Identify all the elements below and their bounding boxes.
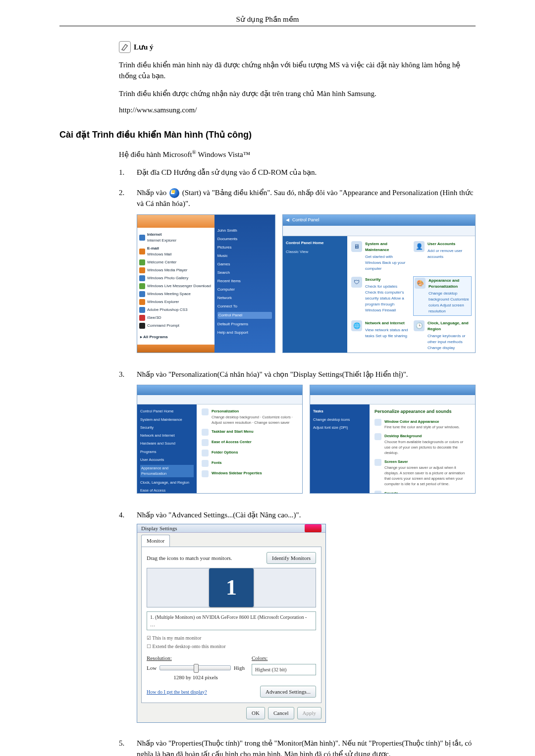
monitor-1-icon[interactable]: 1 <box>209 568 254 607</box>
sm-item-cmd[interactable]: Command Prompt <box>139 323 213 329</box>
app-row-ease[interactable]: Ease of Access Center <box>202 439 297 446</box>
app-row-taskbar[interactable]: Taskbar and Start Menu <box>202 429 297 436</box>
cp-side-home[interactable]: Control Panel Home <box>286 240 344 246</box>
sm-item-internet[interactable]: InternetInternet Explorer <box>139 232 213 244</box>
ds-preview[interactable]: 1 <box>147 568 316 607</box>
tab-monitor[interactable]: Monitor <box>141 535 170 547</box>
sm-item-explorer[interactable]: Windows Explorer <box>139 299 213 305</box>
monitor-select[interactable]: 1. (Multiple Monitors) on NVIDIA GeForce… <box>147 611 316 630</box>
step-number: 3. <box>119 369 137 380</box>
sm-r-default[interactable]: Default Programs <box>217 321 272 327</box>
cp-breadcrumb[interactable] <box>283 226 475 236</box>
app-l3[interactable]: Adjust screen resolution <box>212 420 251 425</box>
sm-r-controlpanel[interactable]: Control Panel <box>217 312 272 319</box>
sm-r-search[interactable]: Search <box>217 270 272 276</box>
cp-cat-user[interactable]: 👤User AccountsAdd or remove user account… <box>414 241 471 272</box>
reg-mark: ® <box>192 149 196 155</box>
main-monitor-checkbox[interactable]: ☑ This is my main monitor <box>147 634 316 642</box>
app-taskbar-title: Taskbar and Start Menu <box>212 429 253 434</box>
extend-desktop-checkbox[interactable]: ☐ Extend the desktop onto this monitor <box>147 643 316 650</box>
sm-r-computer[interactable]: Computer <box>217 287 272 293</box>
sm-item-livemsg[interactable]: Windows Live Messenger Download <box>139 283 213 289</box>
resolution-slider[interactable] <box>160 665 231 670</box>
sm-item-email[interactable]: E-mailWindows Mail <box>139 246 213 257</box>
step-number: 4. <box>119 509 137 521</box>
cp-cat-network[interactable]: 🌐Network and InternetView network status… <box>351 320 409 353</box>
sm-r-games[interactable]: Games <box>217 261 272 267</box>
step-number: 1. <box>119 167 137 178</box>
sm-all-programs[interactable]: ▸ All Programs <box>139 333 213 342</box>
sm-r-connect[interactable]: Connect To <box>217 303 272 309</box>
start-menu-user-pic <box>137 215 214 228</box>
perso-side-dpi[interactable]: Adjust font size (DPI) <box>313 425 367 430</box>
app-row-perso[interactable]: PersonalizationChange desktop background… <box>202 408 297 425</box>
app-side-user[interactable]: User Accounts <box>140 457 194 462</box>
app-side-hw[interactable]: Hardware and Sound <box>140 441 194 446</box>
cp-cat-appearance[interactable]: 🎨Appearance and PersonalizationChange de… <box>414 277 471 315</box>
cp-cat-security[interactable]: 🛡SecurityCheck for updates Check this co… <box>351 277 409 315</box>
sm-r-network[interactable]: Network <box>217 295 272 301</box>
sm-r-music[interactable]: Music <box>217 253 272 259</box>
app-row-folder[interactable]: Folder Options <box>202 450 297 456</box>
perso-side-icons[interactable]: Change desktop icons <box>313 417 367 422</box>
app-side-appearance-active[interactable]: Appearance and Personalization <box>140 465 194 477</box>
sm-r-help[interactable]: Help and Support <box>217 330 272 336</box>
app-side-cphome[interactable]: Control Panel Home <box>140 408 194 414</box>
apply-button[interactable]: Apply <box>297 707 322 719</box>
sm-item-media[interactable]: Windows Media Player <box>139 267 213 273</box>
identify-monitors-button[interactable]: Identify Monitors <box>267 552 316 564</box>
sm-welcome-label: Welcome Center <box>147 259 176 265</box>
font-icon <box>202 460 209 467</box>
monitor-icon <box>202 408 209 415</box>
app-fonts-title: Fonts <box>212 460 221 465</box>
ds-checks: ☑ This is my main monitor ☐ Extend the d… <box>147 634 316 650</box>
app-side-prog[interactable]: Programs <box>140 449 194 454</box>
cp-cat-user-title: User Accounts <box>428 241 471 247</box>
ok-button[interactable]: OK <box>246 707 265 719</box>
sm-r-pics[interactable]: Pictures <box>217 245 272 251</box>
cp-back-icon[interactable]: ◀ <box>286 217 289 224</box>
note-title: Lưu ý <box>134 43 154 51</box>
sm-item-meeting[interactable]: Windows Meeting Space <box>139 291 213 297</box>
app-side-sys[interactable]: System and Maintenance <box>140 417 194 422</box>
app-l4[interactable]: Change screen saver <box>254 420 289 425</box>
sm-r-recent[interactable]: Recent Items <box>217 278 272 284</box>
app-side-clock[interactable]: Clock, Language, and Region <box>140 480 194 485</box>
sm-r-user: John Smith <box>217 228 272 234</box>
cp-cat-clock-sub: Change keyboards or other input methods … <box>428 333 471 353</box>
chk2-label: Extend the desktop onto this monitor <box>153 644 226 649</box>
best-display-link[interactable]: How do I get the best display? <box>147 688 207 696</box>
app-side-ease[interactable]: Ease of Access <box>140 488 194 493</box>
colors-select[interactable]: Highest (32 bit) <box>252 664 316 675</box>
perso-item-bg[interactable]: Desktop BackgroundChoose from available … <box>374 433 470 455</box>
sm-item-gallery[interactable]: Windows Photo Gallery <box>139 275 213 281</box>
sm-r-docs[interactable]: Documents <box>217 236 272 242</box>
app-row-sidebar[interactable]: Windows Sidebar Properties <box>202 470 297 477</box>
close-icon[interactable] <box>305 524 321 532</box>
cp-cat-system[interactable]: 🖥System and MaintenanceGet started with … <box>351 241 409 272</box>
perso-item-ss[interactable]: Screen SaverChange your screen saver or … <box>374 459 470 487</box>
cp-cat-system-sub: Get started with Windows Back up your co… <box>365 254 409 272</box>
step-1-text: Đặt đĩa CD Hướng dẫn sử dụng vào ổ CD-RO… <box>137 167 476 178</box>
perso-item-sounds[interactable]: SoundsChange which sounds are heard when… <box>374 491 470 494</box>
sm-item-photoshop[interactable]: Adobe Photoshop CS3 <box>139 307 213 313</box>
perso-heading: Personalize appearance and sounds <box>374 408 470 415</box>
sm-item-welcome[interactable]: Welcome Center <box>139 259 213 265</box>
cp-cat-clock[interactable]: 🕒Clock, Language, and RegionChange keybo… <box>414 320 471 353</box>
app-l2[interactable]: Customize colors <box>262 415 291 419</box>
step-number: 2. <box>119 187 137 199</box>
appearance-breadcrumb[interactable] <box>137 395 302 404</box>
sm-search-bar[interactable] <box>137 345 214 353</box>
app-row-fonts[interactable]: Fonts <box>202 460 297 467</box>
perso-breadcrumb[interactable] <box>310 395 475 404</box>
app-side-net[interactable]: Network and Internet <box>140 433 194 438</box>
os-prefix: Hệ điều hành Microsoft <box>119 151 192 158</box>
perso-item-color[interactable]: Window Color and AppearanceFine tune the… <box>374 419 470 430</box>
advanced-settings-button[interactable]: Advanced Settings... <box>260 686 316 698</box>
app-l1[interactable]: Change desktop background <box>212 415 259 419</box>
sm-item-isee[interactable]: iSee/3D <box>139 315 213 321</box>
step-number: 5. <box>119 738 137 749</box>
app-side-sec[interactable]: Security <box>140 425 194 430</box>
cp-side-classic[interactable]: Classic View <box>286 249 344 255</box>
cancel-button[interactable]: Cancel <box>268 707 294 719</box>
